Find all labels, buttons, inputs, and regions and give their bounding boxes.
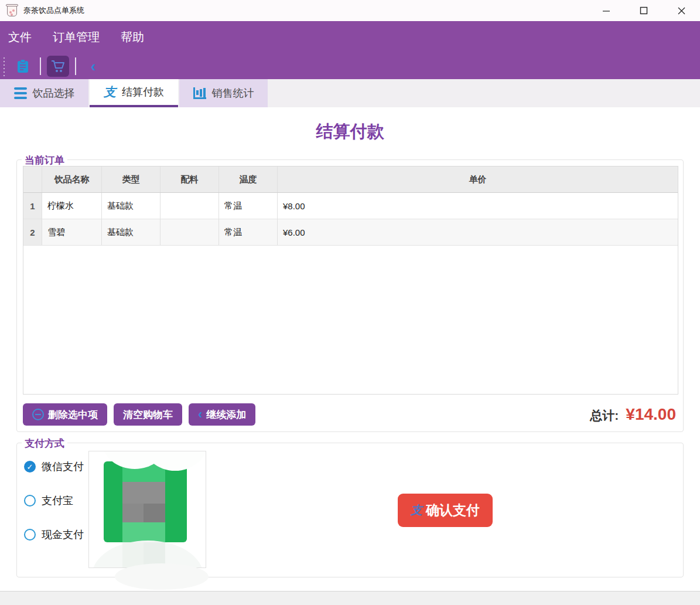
toolbar-separator [40, 57, 41, 75]
tab-label: 结算付款 [122, 85, 164, 99]
col-header-temperature: 温度 [219, 166, 278, 192]
wechat-pay-logo-image [88, 451, 206, 568]
radio-label: 现金支付 [42, 528, 84, 542]
app-window: 奈茶饮品点单系统 文件 订单管理 帮助 [0, 0, 700, 605]
confirm-payment-button[interactable]: 支 确认支付 [398, 494, 493, 527]
row-index: 1 [23, 193, 42, 219]
button-label: 继续添加 [206, 408, 246, 422]
table-header-row: 饮品名称 类型 配料 温度 单价 [23, 166, 678, 193]
menu-help[interactable]: 帮助 [121, 29, 144, 45]
title-bar: 奈茶饮品点单系统 [0, 0, 700, 21]
cell-type: 基础款 [102, 193, 161, 219]
status-bar [0, 591, 700, 605]
toolbar: ‹ [0, 53, 700, 79]
alipay-zhi-icon: 支 [411, 502, 422, 518]
col-header-price: 单价 [278, 166, 678, 192]
order-clipboard-icon[interactable] [12, 56, 34, 77]
menu-file[interactable]: 文件 [8, 29, 32, 45]
order-total: 总计: ¥14.00 [590, 405, 676, 424]
menu-bar: 文件 订单管理 帮助 [0, 21, 700, 53]
page-title: 结算付款 [0, 120, 700, 144]
alipay-zhi-icon: 支 [104, 84, 116, 100]
payment-method-group: 支付方式 ✓ 微信支付 支付宝 现金支付 [16, 443, 684, 577]
bar-chart-icon [193, 87, 206, 99]
cell-drink-name: 雪碧 [42, 219, 102, 245]
col-header-index [23, 166, 42, 192]
maximize-button[interactable] [625, 0, 663, 21]
cell-price: ¥6.00 [278, 219, 678, 245]
tab-drink-selection[interactable]: 饮品选择 [0, 79, 88, 107]
cell-drink-name: 柠檬水 [42, 193, 102, 219]
order-actions-row: 删除选中项 清空购物车 ‹ 继续添加 总计: ¥14.00 [23, 403, 676, 426]
radio-unselected-icon [24, 529, 36, 541]
minus-circle-icon [32, 409, 44, 420]
total-label: 总计: [590, 407, 619, 424]
checkout-page: 结算付款 当前订单 饮品名称 类型 配料 温度 单价 1 柠檬水 基础款 [0, 107, 700, 591]
cell-temperature: 常温 [219, 219, 278, 245]
menu-list-icon [14, 87, 27, 99]
radio-label: 支付宝 [42, 494, 73, 508]
tab-strip: 饮品选择 支 结算付款 销售统计 [0, 79, 700, 107]
continue-adding-button[interactable]: ‹ 继续添加 [189, 403, 255, 426]
col-header-type: 类型 [102, 166, 161, 192]
radio-selected-icon: ✓ [24, 461, 36, 473]
cell-topping [161, 193, 219, 219]
order-table[interactable]: 饮品名称 类型 配料 温度 单价 1 柠檬水 基础款 常温 ¥8.00 2 雪碧 [23, 166, 678, 395]
table-row[interactable]: 2 雪碧 基础款 常温 ¥6.00 [23, 219, 678, 246]
payment-method-label: 支付方式 [22, 437, 67, 450]
left-chevron-icon: ‹ [198, 408, 202, 421]
cell-price: ¥8.00 [278, 193, 678, 219]
tab-label: 饮品选择 [33, 86, 75, 100]
menu-order-management[interactable]: 订单管理 [53, 29, 100, 45]
toolbar-drag-handle[interactable] [1, 56, 7, 76]
bubble-tea-app-icon [6, 4, 19, 18]
col-header-drink-name: 饮品名称 [42, 166, 102, 192]
cart-icon[interactable] [47, 56, 69, 77]
back-chevron-icon[interactable]: ‹ [82, 56, 104, 77]
cell-topping [161, 219, 219, 245]
tab-checkout-payment[interactable]: 支 结算付款 [90, 79, 178, 107]
button-label: 删除选中项 [48, 408, 98, 422]
clear-cart-button[interactable]: 清空购物车 [114, 403, 182, 426]
image-overflow-ghost [115, 563, 209, 590]
button-label: 确认支付 [426, 501, 480, 519]
tab-sales-statistics[interactable]: 销售统计 [179, 79, 268, 107]
toolbar-separator [75, 57, 76, 75]
minimize-button[interactable] [588, 0, 625, 21]
window-title: 奈茶饮品点单系统 [23, 5, 84, 16]
table-row[interactable]: 1 柠檬水 基础款 常温 ¥8.00 [23, 193, 678, 219]
row-index: 2 [23, 219, 42, 245]
radio-unselected-icon [24, 495, 36, 507]
col-header-topping: 配料 [161, 166, 219, 192]
button-label: 清空购物车 [123, 408, 173, 422]
cell-type: 基础款 [102, 219, 161, 245]
cell-temperature: 常温 [219, 193, 278, 219]
current-order-label: 当前订单 [22, 154, 67, 167]
total-value: ¥14.00 [626, 405, 676, 424]
close-button[interactable] [663, 0, 700, 21]
radio-label: 微信支付 [42, 460, 84, 474]
delete-selected-button[interactable]: 删除选中项 [23, 403, 107, 426]
tab-label: 销售统计 [212, 86, 254, 100]
current-order-group: 当前订单 饮品名称 类型 配料 温度 单价 1 柠檬水 基础款 常温 ¥8.00 [16, 159, 684, 432]
